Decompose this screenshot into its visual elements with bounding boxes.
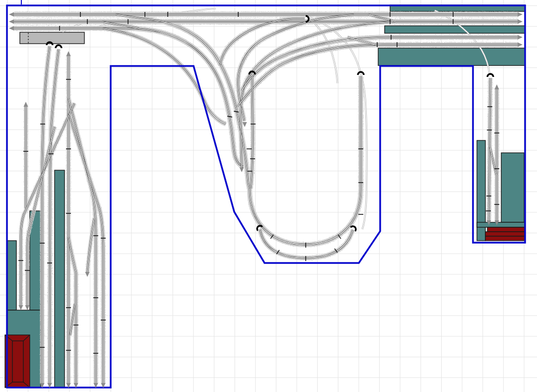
- track-end-arrow-icon: [9, 12, 14, 17]
- platform-left-arm-west[interactable]: [7, 241, 16, 310]
- building-right-slab-2[interactable]: [485, 232, 525, 236]
- platform-right-arm-foot[interactable]: [477, 222, 525, 227]
- building-left-roof[interactable]: [12, 341, 23, 382]
- track-end-arrow-icon: [9, 19, 14, 24]
- track-end-arrow-icon: [67, 51, 71, 56]
- platform-left-arm-tall[interactable]: [55, 170, 65, 388]
- track-end-arrow-icon: [518, 43, 523, 47]
- platform-top-right-3[interactable]: [378, 48, 525, 65]
- track-plan-canvas[interactable]: [0, 0, 537, 392]
- track-end-arrow-icon: [518, 12, 523, 17]
- loop-main-line[interactable]: [164, 22, 361, 245]
- building-right-slab-3[interactable]: [485, 236, 525, 241]
- track-end-arrow-icon: [518, 35, 523, 40]
- track-end-arrow-icon: [240, 167, 244, 172]
- track-end-arrow-icon: [25, 305, 30, 310]
- track-bumper-icon: [56, 45, 62, 48]
- loop-main-line-ballast: [164, 22, 361, 245]
- track-bumper-icon: [487, 74, 493, 77]
- track-end-arrow-icon: [19, 305, 23, 310]
- track-end-arrow-icon: [85, 272, 90, 277]
- track-plan-drawing: [0, 0, 537, 392]
- paved-platform-top-left[interactable]: [20, 32, 84, 44]
- track-end-arrow-icon: [495, 84, 499, 89]
- track-end-arrow-icon: [243, 122, 247, 127]
- track-end-arrow-icon: [518, 19, 523, 24]
- platform-right-arm-east[interactable]: [501, 153, 524, 222]
- loop-main-line-gauge: [164, 22, 361, 245]
- building-right-slab-1[interactable]: [487, 227, 525, 232]
- platform-top-right-2[interactable]: [385, 26, 525, 33]
- track-end-arrow-icon: [24, 102, 28, 107]
- track-end-arrow-icon: [9, 26, 14, 31]
